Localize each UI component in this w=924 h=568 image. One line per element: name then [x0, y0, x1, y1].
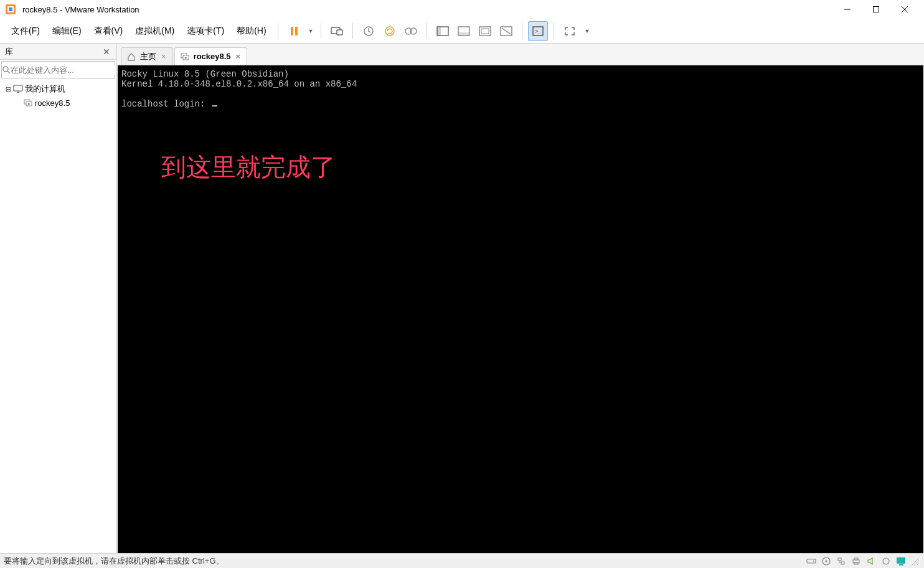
fullscreen-dropdown[interactable]: ▼ — [582, 26, 592, 37]
svg-point-25 — [3, 67, 8, 72]
tab-vm[interactable]: rockey8.5 × — [174, 47, 248, 65]
svg-line-26 — [7, 71, 10, 73]
svg-rect-39 — [838, 558, 841, 561]
vm-running-icon — [180, 52, 190, 62]
usb-icon[interactable] — [880, 556, 892, 567]
annotation-overlay: 到这里就完成了 — [161, 153, 336, 181]
svg-rect-16 — [437, 27, 441, 36]
search-icon — [2, 65, 11, 74]
svg-line-22 — [502, 28, 511, 34]
network-icon[interactable] — [836, 556, 847, 567]
tree-vm-rockey[interactable]: rockey8.5 — [1, 96, 115, 110]
svg-rect-8 — [295, 27, 298, 36]
svg-rect-20 — [481, 29, 489, 34]
exclusive-mode-button[interactable] — [496, 21, 516, 41]
menu-help[interactable]: 帮助(H) — [230, 22, 272, 40]
svg-rect-10 — [337, 30, 342, 35]
library-tree: ⊟ 我的计算机 rockey8.5 — [0, 80, 116, 553]
separator — [352, 23, 353, 39]
library-close-button[interactable]: ✕ — [101, 47, 111, 57]
send-ctrl-alt-del-button[interactable] — [327, 21, 347, 41]
svg-text:>_: >_ — [535, 28, 542, 34]
home-icon — [126, 52, 136, 62]
tree-collapse-icon[interactable]: ⊟ — [4, 85, 12, 93]
console-line: Kernel 4.18.0-348.el8.0.2.x86_64 on an x… — [121, 79, 357, 89]
text-cursor — [212, 105, 217, 107]
library-title: 库 — [5, 46, 101, 57]
separator — [427, 23, 427, 39]
svg-rect-27 — [14, 85, 22, 91]
menu-file[interactable]: 文件(F) — [5, 22, 46, 40]
window-title: rockey8.5 - VMware Workstation — [22, 5, 833, 14]
library-header: 库 ✕ — [0, 44, 116, 60]
separator — [278, 23, 278, 39]
minimize-button[interactable] — [833, 0, 862, 19]
snapshot-manager-button[interactable] — [401, 21, 421, 41]
svg-rect-2 — [9, 7, 12, 11]
tab-label: 主页 — [140, 51, 156, 62]
power-dropdown[interactable]: ▼ — [306, 26, 316, 37]
console-container: Rocky Linux 8.5 (Green Obsidian) Kernel … — [118, 65, 923, 553]
hdd-icon[interactable] — [806, 556, 817, 567]
svg-point-36 — [813, 561, 814, 562]
svg-rect-46 — [899, 564, 903, 566]
svg-point-44 — [883, 558, 889, 564]
console-line: localhost login: — [121, 99, 210, 109]
snapshot-button[interactable] — [359, 21, 379, 41]
svg-rect-42 — [854, 558, 858, 560]
status-text: 要将输入定向到该虚拟机，请在虚拟机内部单击或按 Ctrl+G。 — [4, 556, 806, 567]
library-panel: 库 ✕ ▼ ⊟ 我的计算机 rockey8.5 — [0, 44, 117, 553]
resize-grip[interactable] — [909, 556, 920, 567]
maximize-button[interactable] — [862, 0, 890, 19]
cd-icon[interactable] — [821, 556, 832, 567]
tree-label: 我的计算机 — [24, 83, 65, 95]
menu-edit[interactable]: 编辑(E) — [46, 22, 88, 40]
menus: 文件(F) 编辑(E) 查看(V) 虚拟机(M) 选项卡(T) 帮助(H) — [0, 22, 273, 40]
tab-close-icon[interactable]: × — [235, 52, 242, 61]
svg-rect-18 — [458, 32, 469, 36]
separator — [554, 23, 554, 39]
library-search[interactable]: ▼ — [1, 61, 115, 78]
menu-bar: 文件(F) 编辑(E) 查看(V) 虚拟机(M) 选项卡(T) 帮助(H) ▼ … — [0, 19, 924, 44]
thumbnail-bar-button[interactable] — [454, 21, 474, 41]
svg-rect-7 — [291, 27, 293, 36]
console-line: Rocky Linux 8.5 (Green Obsidian) — [121, 69, 289, 79]
close-button[interactable] — [890, 0, 919, 19]
library-search-input[interactable] — [11, 65, 115, 75]
display-tray-icon[interactable] — [895, 556, 907, 567]
show-library-button[interactable] — [433, 21, 453, 41]
content-area: 库 ✕ ▼ ⊟ 我的计算机 rockey8.5 — [0, 44, 924, 553]
title-bar: rockey8.5 - VMware Workstation — [0, 0, 924, 19]
svg-point-38 — [826, 560, 827, 562]
tab-label: rockey8.5 — [194, 52, 231, 61]
tree-my-computer[interactable]: ⊟ 我的计算机 — [1, 82, 115, 96]
tab-close-icon[interactable]: × — [160, 52, 167, 61]
snapshot-revert-button[interactable] — [380, 21, 400, 41]
main-panel: 主页 × rockey8.5 × Rocky Linux 8.5 (Green … — [117, 44, 924, 553]
fullscreen-console-button[interactable]: >_ — [528, 21, 548, 41]
svg-rect-4 — [874, 7, 879, 12]
fullscreen-button[interactable] — [560, 21, 580, 41]
separator — [522, 23, 522, 39]
window-controls — [833, 0, 919, 19]
monitor-icon — [12, 85, 24, 93]
console-view-button[interactable] — [475, 21, 495, 41]
tree-label: rockey8.5 — [34, 98, 70, 108]
svg-rect-45 — [897, 557, 905, 564]
vm-console[interactable]: Rocky Linux 8.5 (Green Obsidian) Kernel … — [118, 65, 923, 553]
printer-icon[interactable] — [851, 556, 862, 567]
menu-view[interactable]: 查看(V) — [88, 22, 130, 40]
pause-button[interactable] — [284, 21, 304, 41]
status-tray — [806, 556, 907, 567]
separator — [321, 23, 321, 39]
app-icon — [5, 4, 16, 15]
menu-tabs[interactable]: 选项卡(T) — [181, 22, 230, 40]
tab-home[interactable]: 主页 × — [121, 47, 173, 65]
menu-vm[interactable]: 虚拟机(M) — [129, 22, 181, 40]
sound-icon[interactable] — [865, 556, 877, 567]
status-bar: 要将输入定向到该虚拟机，请在虚拟机内部单击或按 Ctrl+G。 — [0, 553, 924, 568]
tab-bar: 主页 × rockey8.5 × — [117, 44, 924, 65]
vm-icon — [22, 98, 34, 107]
